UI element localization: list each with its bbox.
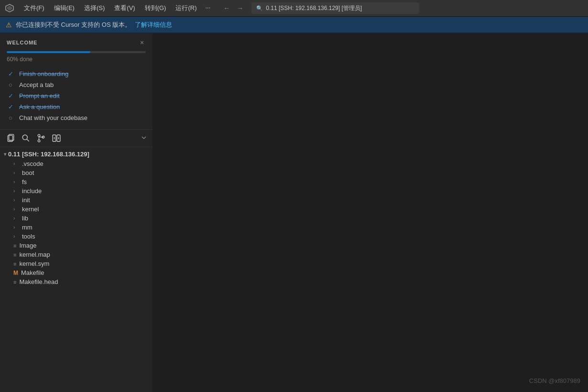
checkmark-icon: ✓ [7,92,14,99]
svg-point-4 [22,135,27,140]
svg-point-6 [38,134,40,137]
progress-bar-container [7,51,146,53]
chevron-right-icon: › [13,197,19,203]
explorer-split-button[interactable] [51,132,62,144]
file-lines-icon: ≡ [13,261,16,267]
tree-item-include[interactable]: › include [0,186,152,196]
checklist-item-chat-codebase[interactable]: ○ Chat with your codebase [7,112,146,123]
tree-item-label: Makefile.head [19,278,58,285]
circle-icon: ○ [7,114,14,121]
search-bar[interactable]: 🔍 0.11 [SSH: 192.168.136.129] [管理员] [251,2,419,14]
menu-file[interactable]: 文件(F) [20,3,48,13]
explorer-copy-button[interactable] [5,132,16,144]
checklist-item-accept-tab[interactable]: ○ Accept a tab [7,79,146,90]
tree-item-tools[interactable]: › tools [0,232,152,241]
file-tree: ▾ 0.11 [SSH: 192.168.136.129] › .vscode … [0,147,152,392]
chevron-right-icon: › [13,216,19,221]
tree-item-label: tools [22,233,35,240]
chevron-right-icon: › [13,170,19,175]
tree-item-label: .vscode [22,160,44,167]
chevron-down-icon: ▾ [4,152,6,157]
file-lines-icon: ≡ [13,279,16,285]
tree-item-makefile-head[interactable]: ≡ Makefile.head [0,277,152,286]
menu-bar: 文件(F) 编辑(E) 选择(S) 查看(V) 转到(G) 运行(R) ··· [20,3,213,13]
menu-edit[interactable]: 编辑(E) [50,3,78,13]
checklist-item-ask-question[interactable]: ✓ Ask a question [7,101,146,112]
menu-more[interactable]: ··· [202,3,213,13]
tree-item-label: Image [19,242,36,249]
tree-item-mm[interactable]: › mm [0,223,152,232]
welcome-close-button[interactable]: × [138,39,146,46]
svg-point-7 [38,140,40,142]
warning-bar: ⚠ 你已连接到不受 Cursor 支持的 OS 版本。 了解详细信息 [0,17,588,33]
welcome-panel: WELCOME × 60% done ✓ Finish onboarding ○… [0,33,152,130]
tree-item-label: include [22,187,42,195]
tree-item-vscode[interactable]: › .vscode [0,159,152,168]
tree-item-label: kernel.sym [19,260,49,267]
checklist-label: Finish onboarding [19,70,68,77]
tree-item-label: Makefile [21,269,44,276]
tree-item-image[interactable]: ≡ Image [0,241,152,250]
tree-item-label: boot [22,169,34,176]
titlebar: 文件(F) 编辑(E) 选择(S) 查看(V) 转到(G) 运行(R) ··· … [0,0,588,17]
checklist-label: Accept a tab [19,81,54,88]
main-layout: WELCOME × 60% done ✓ Finish onboarding ○… [0,33,588,392]
main-content: CSDN @xf807989 [153,33,588,392]
tree-item-kernel-map[interactable]: ≡ kernel.map [0,250,152,259]
progress-text: 60% done [7,56,146,63]
tree-item-label: init [22,196,30,204]
warning-link[interactable]: 了解详细信息 [135,21,172,29]
menu-select[interactable]: 选择(S) [80,3,109,13]
watermark: CSDN @xf807989 [529,377,580,384]
explorer-search-button[interactable] [20,132,32,144]
chevron-right-icon: › [13,188,19,194]
nav-buttons: ← → [221,2,246,14]
menu-run[interactable]: 运行(R) [172,3,200,13]
nav-back-button[interactable]: ← [221,2,232,14]
tree-item-init[interactable]: › init [0,196,152,205]
chevron-right-icon: › [13,234,19,239]
chevron-right-icon: › [13,179,19,185]
tree-item-label: mm [22,224,33,231]
checkmark-icon: ✓ [7,103,14,110]
tree-item-boot[interactable]: › boot [0,168,152,177]
tree-item-makefile[interactable]: M Makefile [0,268,152,277]
search-text: 0.11 [SSH: 192.168.136.129] [管理员] [266,4,362,12]
tree-item-fs[interactable]: › fs [0,177,152,186]
tree-item-label: kernel.map [19,251,50,258]
search-icon: 🔍 [256,5,263,11]
tree-item-label: fs [22,178,27,185]
tree-item-kernel[interactable]: › kernel [0,205,152,214]
menu-goto[interactable]: 转到(G) [141,3,170,13]
checklist-item-prompt-edit[interactable]: ✓ Prompt an edit [7,90,146,101]
circle-icon: ○ [7,81,14,88]
nav-forward-button[interactable]: → [234,2,246,14]
tree-item-kernel-sym[interactable]: ≡ kernel.sym [0,259,152,268]
tree-item-lib[interactable]: › lib [0,214,152,223]
checklist-item-finish-onboarding[interactable]: ✓ Finish onboarding [7,68,146,79]
welcome-header: WELCOME × [7,39,146,46]
chevron-right-icon: › [13,161,19,166]
chevron-right-icon: › [13,207,19,212]
explorer-branch-button[interactable] [35,132,47,144]
tree-item-label: kernel [22,206,39,213]
tree-root[interactable]: ▾ 0.11 [SSH: 192.168.136.129] [0,149,152,159]
file-lines-icon: ≡ [13,252,16,258]
progress-bar-fill [7,51,90,53]
checklist-label: Chat with your codebase [19,114,87,121]
warning-icon: ⚠ [6,21,12,29]
warning-text: 你已连接到不受 Cursor 支持的 OS 版本。 [16,21,131,29]
app-logo [5,3,14,13]
explorer-toolbar [0,130,152,147]
checklist-label: Prompt an edit [19,92,60,99]
svg-line-5 [27,139,29,142]
tree-root-label: 0.11 [SSH: 192.168.136.129] [8,151,89,158]
checklist-label: Ask a question [19,103,60,110]
file-lines-icon: ≡ [13,243,16,249]
chevron-right-icon: › [13,225,19,230]
checkmark-icon: ✓ [7,70,14,77]
svg-marker-1 [7,6,12,11]
tree-item-label: lib [22,215,28,222]
menu-view[interactable]: 查看(V) [110,3,139,13]
explorer-chevron-button[interactable] [140,134,148,143]
